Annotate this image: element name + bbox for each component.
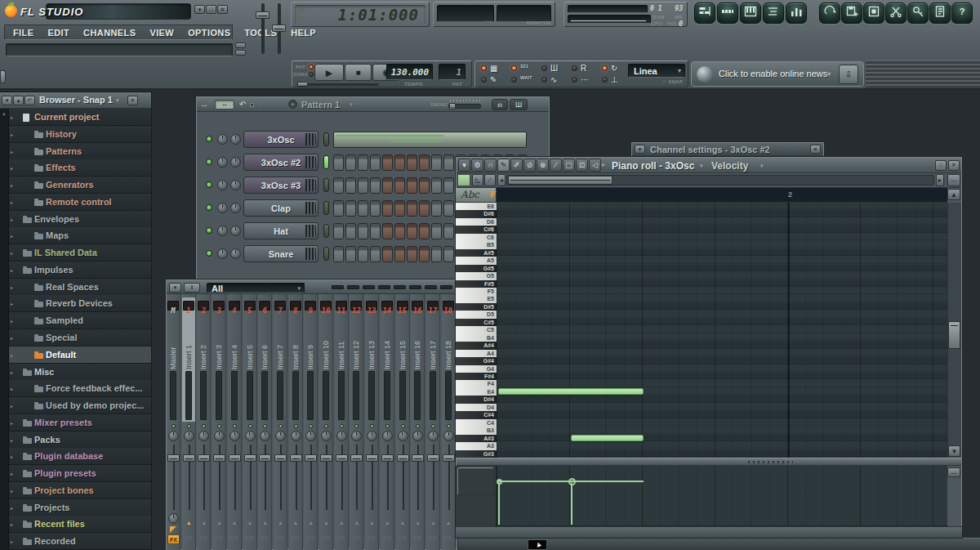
step-8[interactable] bbox=[419, 200, 430, 217]
mixer-layout-button[interactable]: ‖ bbox=[184, 283, 200, 293]
step-4[interactable] bbox=[370, 200, 381, 217]
step-6[interactable] bbox=[394, 223, 405, 239]
brush-icon[interactable]: ✐ bbox=[510, 159, 523, 172]
step-2[interactable] bbox=[345, 246, 356, 262]
pianoroll-titlebar[interactable]: ▾⚙∩✎✐⊘⊗∕▢⊡◁ ▸ Piano roll - 3xOsc ▾ Veloc… bbox=[457, 158, 961, 173]
v-scrollbar[interactable]: ▼ bbox=[947, 203, 961, 458]
browser-titlebar[interactable]: ▾ ▴ ↶ Browser - Snap 1 ▾ ✕ bbox=[0, 92, 151, 109]
channel-button-clap[interactable]: Clap bbox=[243, 199, 318, 217]
channel-button-3xosc-3[interactable]: 3xOsc #3 bbox=[243, 177, 318, 194]
stop-button[interactable]: ■ bbox=[345, 64, 372, 81]
timeline[interactable]: 2 bbox=[497, 188, 947, 203]
mixer-strip-insert-12[interactable]: 12Insert 12▲FX bbox=[350, 294, 363, 550]
pianoroll-mode[interactable]: Velocity bbox=[711, 160, 748, 172]
zoom-icon[interactable]: ⊡ bbox=[576, 159, 588, 172]
mute-led[interactable] bbox=[370, 424, 374, 428]
mixer-titlebar[interactable]: ▾ ‖ All ▾ bbox=[167, 280, 457, 294]
playback-icon[interactable]: ◁ bbox=[589, 159, 601, 172]
mute-led[interactable] bbox=[401, 424, 405, 428]
fx-slot[interactable]: FX bbox=[383, 534, 391, 542]
browser-item-force-feedback-effec[interactable]: ▸Force feedback effec... bbox=[9, 380, 151, 397]
piano-key-c6[interactable]: C6 bbox=[456, 234, 497, 241]
browser-item-projects[interactable]: ▸Projects bbox=[9, 499, 151, 516]
hint-mode-button[interactable] bbox=[235, 50, 246, 56]
step-9[interactable] bbox=[431, 154, 442, 171]
piano-key-g4[interactable]: G4 bbox=[456, 365, 497, 373]
expand-arrow-icon[interactable]: ▸ bbox=[11, 301, 13, 306]
mini-box-icon[interactable] bbox=[250, 103, 254, 107]
fx-slot[interactable]: FX bbox=[444, 534, 452, 542]
step-3[interactable] bbox=[358, 200, 368, 217]
mute-switch[interactable] bbox=[323, 178, 329, 192]
master-volume-slider[interactable] bbox=[256, 11, 270, 19]
pan-knob[interactable] bbox=[367, 431, 377, 441]
save-button[interactable] bbox=[863, 2, 884, 24]
expand-arrow-icon[interactable]: ▸ bbox=[11, 199, 13, 205]
mixer-strip-insert-14[interactable]: 14Insert 14▲FX bbox=[381, 294, 394, 550]
typing-keyboard-led[interactable] bbox=[481, 65, 487, 71]
mixer-strip-master[interactable]: MMasterFX bbox=[167, 294, 180, 550]
pan-knob[interactable] bbox=[217, 203, 228, 213]
step-8[interactable] bbox=[419, 154, 430, 171]
menu-options[interactable]: OPTIONS bbox=[188, 25, 230, 40]
piano-key-d6[interactable]: D6 bbox=[456, 218, 497, 226]
step-10[interactable] bbox=[443, 200, 454, 217]
stepseq-titlebar[interactable]: ↔ -- ↶ ∕∕ + Pattern 1 ▾ SWING ılı Ш bbox=[197, 97, 549, 112]
mute-switch[interactable] bbox=[323, 224, 329, 238]
step-6[interactable] bbox=[394, 154, 405, 171]
pattern-chevron-icon[interactable]: ▾ bbox=[350, 101, 353, 108]
volume-fader[interactable] bbox=[167, 454, 180, 462]
send-arrow-icon[interactable]: ▲ bbox=[323, 520, 329, 525]
pan-knob[interactable] bbox=[382, 431, 393, 441]
mute-led[interactable] bbox=[187, 424, 191, 428]
pan-knob[interactable] bbox=[428, 431, 439, 441]
countdown-led[interactable] bbox=[511, 65, 517, 71]
browser-close-button[interactable]: ✕ bbox=[127, 96, 138, 105]
song-mode-led[interactable] bbox=[309, 72, 314, 77]
v-scroll-up-button[interactable]: ▲ bbox=[947, 189, 960, 200]
expand-arrow-icon[interactable]: ▸ bbox=[11, 250, 13, 256]
volume-knob[interactable] bbox=[230, 203, 241, 213]
piano-key-b5[interactable]: B5 bbox=[456, 241, 497, 248]
expand-arrow-icon[interactable]: ▸ bbox=[11, 471, 13, 476]
shuffle-slider[interactable] bbox=[297, 82, 308, 87]
send-arrow-icon[interactable]: ▲ bbox=[385, 520, 390, 525]
menu-channels[interactable]: CHANNELS bbox=[83, 25, 136, 40]
velocity-lane[interactable] bbox=[497, 466, 947, 526]
note-a-3[interactable] bbox=[571, 435, 644, 441]
mute-led[interactable] bbox=[354, 424, 359, 428]
volume-knob[interactable] bbox=[230, 157, 241, 168]
fx-slot[interactable]: FX bbox=[246, 534, 254, 542]
pianoroll-title[interactable]: Piano roll - 3xOsc bbox=[612, 160, 694, 172]
piano-key-c4[interactable]: C4 bbox=[456, 419, 497, 427]
step-1[interactable] bbox=[333, 223, 344, 239]
volume-knob[interactable] bbox=[230, 226, 241, 236]
piano-key-g5[interactable]: G5 bbox=[456, 272, 497, 279]
browser-scrollbar[interactable]: ▲ bbox=[0, 109, 9, 550]
menu-help[interactable]: HELP bbox=[291, 25, 316, 40]
browser-item-mixer-presets[interactable]: ▸Mixer presets bbox=[9, 414, 151, 432]
pan-knob[interactable] bbox=[412, 431, 423, 441]
send-arrow-icon[interactable]: ▲ bbox=[339, 520, 345, 525]
pan-knob[interactable] bbox=[184, 431, 194, 441]
browser-item-plugin-presets[interactable]: ▸Plugin presets bbox=[9, 465, 151, 482]
step-3[interactable] bbox=[358, 246, 368, 262]
step-1[interactable] bbox=[333, 246, 344, 262]
volume-fader[interactable] bbox=[183, 454, 195, 462]
piano-key-a-3[interactable]: A#3 bbox=[456, 435, 497, 442]
step-record-led[interactable] bbox=[602, 65, 608, 71]
piano-key-c-4[interactable]: C#4 bbox=[456, 411, 497, 418]
pan-knob[interactable] bbox=[229, 431, 240, 441]
piano-key-d-4[interactable]: D#4 bbox=[456, 396, 497, 403]
mixer-strip-insert-10[interactable]: 10Insert 10▲FX bbox=[319, 294, 333, 550]
step-8[interactable] bbox=[419, 246, 430, 262]
pan-knob[interactable] bbox=[305, 431, 316, 441]
delete-icon[interactable]: ⊘ bbox=[523, 159, 536, 172]
scroll-up-icon[interactable]: ▲ bbox=[2, 111, 7, 116]
step-10[interactable] bbox=[443, 177, 454, 194]
channel-color-cell[interactable] bbox=[457, 174, 470, 186]
expand-arrow-icon[interactable]: ▸ bbox=[11, 369, 13, 375]
volume-fader[interactable] bbox=[244, 454, 256, 462]
step-7[interactable] bbox=[407, 246, 417, 262]
piano-key-b3[interactable]: B3 bbox=[456, 427, 497, 434]
